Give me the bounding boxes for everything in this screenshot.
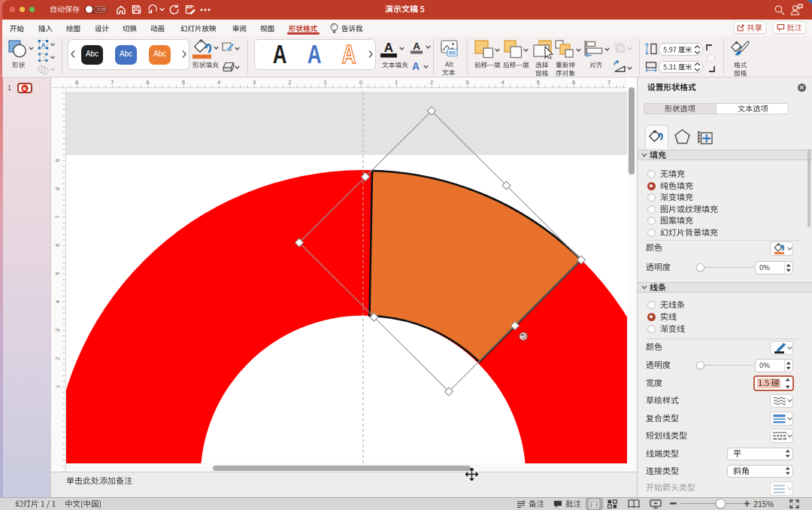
svg-text:3: 3 xyxy=(253,79,256,86)
svg-text:8: 8 xyxy=(54,187,61,190)
svg-text:7: 7 xyxy=(607,79,611,86)
svg-text:6: 6 xyxy=(147,79,150,86)
svg-text:7: 7 xyxy=(111,79,114,86)
svg-text:A: A xyxy=(308,41,322,67)
svg-text:3: 3 xyxy=(465,79,468,86)
svg-text:6: 6 xyxy=(572,79,575,86)
svg-text:A: A xyxy=(273,41,287,67)
svg-text:5: 5 xyxy=(54,272,61,275)
svg-text:7: 7 xyxy=(54,215,61,218)
svg-text:9: 9 xyxy=(54,159,61,162)
svg-text:1: 1 xyxy=(54,385,61,388)
svg-text:A: A xyxy=(412,60,420,72)
svg-text:A: A xyxy=(384,41,393,55)
svg-text:4: 4 xyxy=(501,79,504,86)
svg-text:A: A xyxy=(41,41,46,49)
svg-text:8: 8 xyxy=(75,79,78,86)
svg-text:2: 2 xyxy=(54,357,61,360)
svg-text:5: 5 xyxy=(182,79,185,86)
svg-text:3: 3 xyxy=(54,329,61,332)
svg-text:2: 2 xyxy=(288,79,291,86)
svg-text:2: 2 xyxy=(430,79,433,86)
svg-text:5: 5 xyxy=(537,79,540,86)
svg-text:A: A xyxy=(342,41,356,67)
svg-text:0: 0 xyxy=(359,79,362,86)
svg-text:A: A xyxy=(413,41,420,52)
svg-text:1: 1 xyxy=(324,79,327,86)
svg-text:6: 6 xyxy=(54,244,61,247)
svg-text:4: 4 xyxy=(54,300,61,303)
svg-text:1: 1 xyxy=(395,79,398,86)
svg-text:4: 4 xyxy=(217,79,220,86)
